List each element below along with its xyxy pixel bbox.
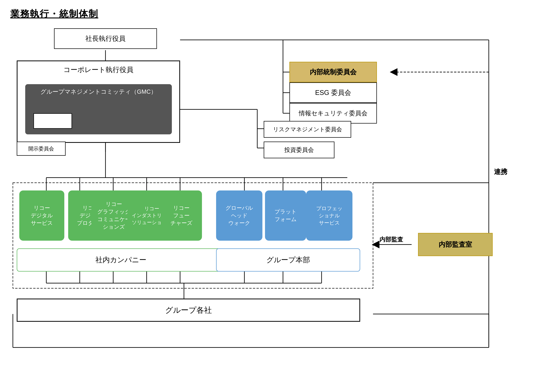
green1-box: リコー デジタル サービス bbox=[19, 191, 64, 241]
corporate-box: コーポレート執行役員 グループマネジメントコミッティ（GMC） CFO bbox=[17, 61, 180, 143]
blue1-box: グローバル ヘッド ウォーク bbox=[216, 191, 262, 241]
kaiji-box: 開示委員会 bbox=[17, 142, 66, 156]
risk-box: リスクマネジメント委員会 bbox=[264, 121, 351, 138]
blue3-box: プロフェッ ショナル サービス bbox=[306, 191, 352, 241]
naibu-kansa-label: 内部監査 bbox=[379, 236, 403, 243]
toshi-box: 投資委員会 bbox=[264, 142, 334, 158]
naibu-tosei-box: 内部統制委員会 bbox=[289, 62, 377, 82]
gmc-label: グループマネジメントコミッティ（GMC） bbox=[26, 88, 171, 96]
cfo-box: CFO bbox=[33, 113, 72, 129]
group-kasha-box: グループ各社 bbox=[17, 299, 360, 322]
sha-company-box: 社内カンパニー bbox=[17, 248, 225, 271]
naibu-kansa-shitsu-box: 内部監査室 bbox=[418, 233, 493, 256]
blue2-box: プラット フォーム bbox=[265, 191, 306, 241]
group-honbu-box: グループ本部 bbox=[216, 248, 360, 271]
esg-box: ESG 委員会 bbox=[289, 82, 377, 103]
joho-security-box: 情報セキュリティ委員会 bbox=[289, 103, 377, 124]
renke-label: 連携 bbox=[494, 167, 507, 176]
shacho-box: 社長執行役員 bbox=[54, 28, 157, 49]
page-title: 業務執行・統制体制 bbox=[10, 8, 98, 20]
corporate-label: コーポレート執行役員 bbox=[18, 65, 179, 75]
green5-box: リコー フュー チャーズ bbox=[161, 191, 202, 241]
gmc-box: グループマネジメントコミッティ（GMC） CFO bbox=[25, 84, 172, 134]
